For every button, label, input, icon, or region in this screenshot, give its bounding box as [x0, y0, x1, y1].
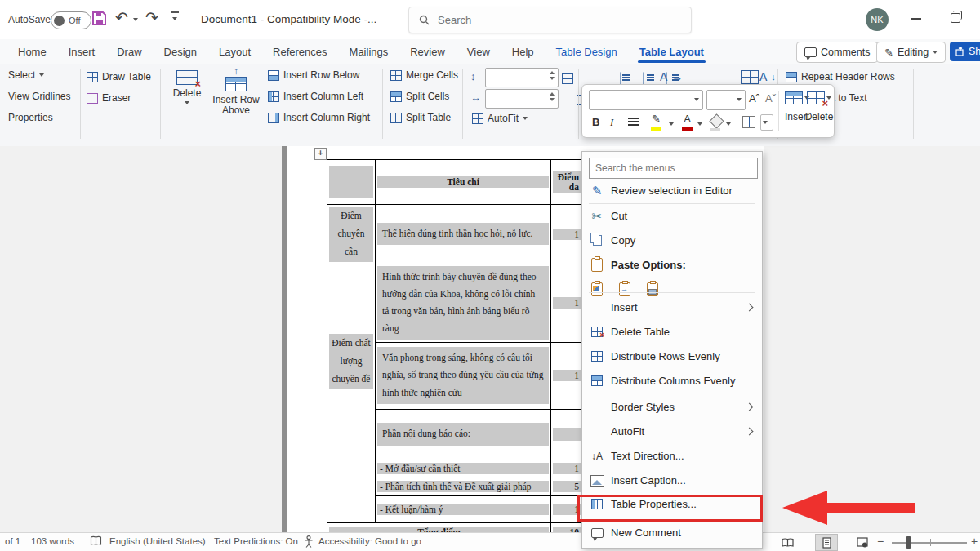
merge-cells-button[interactable]: Merge Cells: [390, 69, 458, 81]
language-indicator[interactable]: English (United States): [109, 536, 206, 546]
menu-item-insert-caption[interactable]: Insert Caption...: [583, 469, 761, 492]
table-cell[interactable]: 1: [551, 205, 585, 264]
mini-delete-button[interactable]: × Delete: [806, 91, 832, 122]
menu-item-cut[interactable]: ✂ Cut: [583, 204, 761, 228]
tab-review[interactable]: Review: [408, 39, 447, 64]
table-cell[interactable]: [327, 160, 376, 205]
paste-picture-icon[interactable]: [639, 282, 666, 296]
font-size-combo[interactable]: [706, 90, 746, 110]
zoom-out-button[interactable]: −: [877, 535, 884, 548]
table-cell[interactable]: Điểm đa: [551, 160, 585, 205]
split-table-button[interactable]: Split Table: [390, 112, 451, 123]
font-name-combo[interactable]: [589, 90, 703, 110]
tab-help[interactable]: Help: [510, 39, 536, 64]
menu-item-insert[interactable]: Insert: [583, 295, 761, 319]
menu-item-delete-table[interactable]: × Delete Table: [583, 320, 761, 344]
highlight-color-button[interactable]: ✎: [651, 113, 662, 131]
editing-mode-button[interactable]: ✎ Editing: [876, 42, 946, 63]
web-layout-button[interactable]: [851, 534, 874, 551]
view-gridlines-button[interactable]: View Gridlines: [8, 91, 70, 102]
grading-table[interactable]: Tiêu chí Điểm đa Điểm chuyên cần Thể hiệ…: [327, 159, 585, 542]
select-button[interactable]: Select: [8, 69, 44, 81]
cell-margins-icon[interactable]: [741, 70, 759, 84]
shrink-font-button[interactable]: Aˇ: [765, 92, 776, 104]
table-cell[interactable]: - Kết luận/hàm ý: [376, 495, 551, 522]
table-cell[interactable]: 5: [551, 478, 585, 495]
draw-table-button[interactable]: Draw Table: [87, 71, 151, 82]
menu-item-text-direction[interactable]: ↓A Text Direction...: [583, 444, 761, 468]
grow-font-button[interactable]: Aˆ: [749, 92, 760, 104]
avatar[interactable]: NK: [866, 8, 889, 31]
zoom-in-button[interactable]: +: [971, 535, 978, 548]
tab-view[interactable]: View: [466, 39, 492, 64]
sort-icon[interactable]: A↓: [760, 70, 776, 83]
table-cell[interactable]: Thể hiện đúng tinh thần học hỏi, nỗ lực.: [376, 205, 551, 264]
accessibility-status[interactable]: Accessibility: Good to go: [318, 536, 421, 546]
table-properties-button[interactable]: Properties: [8, 112, 53, 123]
distribute-rows-icon[interactable]: [562, 73, 573, 84]
tab-references[interactable]: References: [271, 39, 328, 64]
repeat-header-rows-button[interactable]: Repeat Header Rows: [786, 71, 895, 82]
menu-item-distribute-columns[interactable]: Distribute Columns Evenly: [583, 369, 761, 393]
eraser-button[interactable]: Eraser: [87, 92, 131, 104]
shading-dropdown-icon[interactable]: [726, 122, 731, 126]
column-width-spinner[interactable]: [485, 89, 559, 109]
delete-button[interactable]: × Delete: [168, 70, 206, 104]
save-icon[interactable]: [91, 11, 107, 26]
tab-table-design[interactable]: Table Design: [555, 39, 619, 64]
share-button[interactable]: Sha: [950, 42, 980, 61]
page-indicator[interactable]: of 1: [5, 536, 20, 546]
zoom-slider-thumb[interactable]: [906, 536, 911, 549]
font-color-button[interactable]: A: [682, 113, 693, 131]
tab-design[interactable]: Design: [163, 39, 198, 64]
menu-item-border-styles[interactable]: Border Styles: [583, 395, 761, 419]
highlight-dropdown-icon[interactable]: [669, 122, 674, 126]
table-cell[interactable]: 1: [551, 342, 585, 409]
text-direction-icon[interactable]: A→: [660, 70, 683, 83]
menu-item-copy[interactable]: Copy: [583, 229, 761, 252]
text-predictions[interactable]: Text Predictions: On: [214, 536, 298, 546]
menu-search-input[interactable]: Search the menus: [589, 158, 758, 179]
table-cell[interactable]: - Phân tích tình thế và Đề xuất giải phá…: [376, 478, 551, 495]
qat-overflow-icon[interactable]: [172, 11, 179, 13]
split-cells-button[interactable]: Split Cells: [390, 91, 449, 102]
menu-item-autofit[interactable]: AutoFit: [583, 420, 761, 443]
table-cell[interactable]: [551, 409, 585, 460]
insert-row-below-button[interactable]: Insert Row Below: [268, 69, 359, 81]
table-cell[interactable]: Điểm chuyên cần: [327, 205, 376, 264]
insert-column-right-button[interactable]: Insert Column Right: [268, 112, 370, 123]
tab-insert[interactable]: Insert: [67, 39, 97, 64]
zoom-slider-track[interactable]: [892, 542, 967, 544]
tab-table-layout[interactable]: Table Layout: [638, 39, 706, 64]
word-count[interactable]: 103 words: [31, 536, 74, 546]
tab-draw[interactable]: Draw: [115, 39, 143, 64]
tab-layout[interactable]: Layout: [217, 39, 252, 64]
font-color-dropdown-icon[interactable]: [697, 122, 702, 126]
paste-merge-formatting-icon[interactable]: →: [611, 282, 639, 296]
search-box[interactable]: Search: [408, 7, 692, 33]
italic-button[interactable]: I: [610, 116, 613, 129]
table-cell[interactable]: - Mở đầu/sự cần thiết: [376, 460, 551, 478]
justify-icon[interactable]: [628, 118, 639, 119]
restore-button[interactable]: [951, 13, 960, 23]
minimize-button[interactable]: [911, 18, 921, 20]
table-cell[interactable]: Hình thức trình bày chuyên đề đúng theo …: [376, 264, 551, 342]
table-cell[interactable]: 1: [551, 460, 585, 478]
redo-button[interactable]: ↷: [145, 10, 158, 25]
table-cell[interactable]: 1: [551, 264, 585, 342]
table-cell[interactable]: Văn phong trong sáng, không có câu tối n…: [376, 342, 551, 409]
borders-button[interactable]: [742, 116, 755, 128]
tab-mailings[interactable]: Mailings: [348, 39, 390, 64]
autofit-button[interactable]: AutoFit: [472, 113, 528, 124]
table-cell[interactable]: Tiêu chí: [376, 160, 551, 205]
proofing-book-icon[interactable]: [90, 535, 102, 546]
table-cell[interactable]: Điểm chất lượng chuyên đề: [327, 264, 376, 460]
print-layout-button[interactable]: [815, 534, 838, 551]
undo-dropdown-icon[interactable]: [133, 18, 138, 21]
autosave-toggle[interactable]: Off: [51, 11, 91, 29]
undo-button[interactable]: ↶: [115, 10, 128, 25]
menu-item-new-comment[interactable]: New Comment: [583, 521, 761, 544]
comments-button[interactable]: Comments: [796, 42, 878, 63]
insert-row-above-button[interactable]: ↑ Insert Row Above: [211, 68, 261, 116]
tab-home[interactable]: Home: [16, 39, 48, 64]
